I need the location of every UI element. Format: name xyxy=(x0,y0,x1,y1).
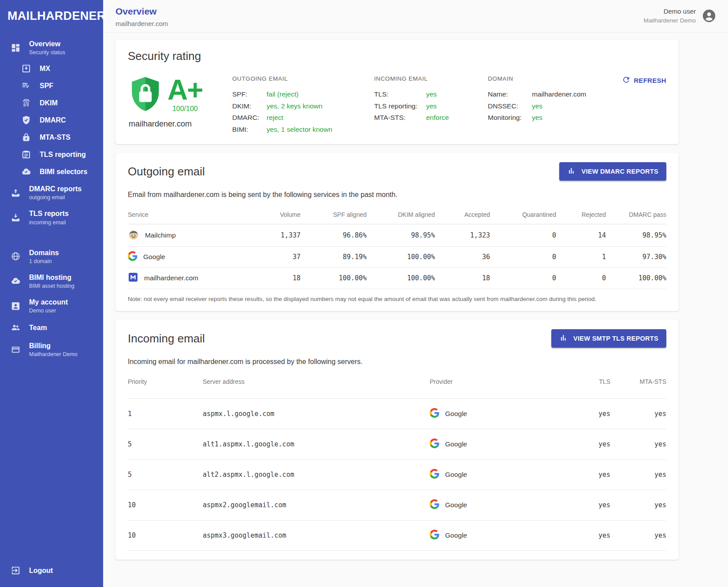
sidebar-item-sublabel: Mailhardener Demo xyxy=(29,351,78,357)
security-row-value: yes xyxy=(426,89,437,100)
quarantined-cell: 0 xyxy=(490,247,556,267)
mta-sts-cell: yes xyxy=(610,399,666,429)
security-columns: OUTGOING EMAILSPF:fail (reject)DKIM:yes,… xyxy=(232,75,622,135)
security-row-label: MTA-STS: xyxy=(374,112,426,124)
security-row-label: Name: xyxy=(488,89,532,100)
clipboard-icon xyxy=(21,149,31,160)
sidebar-item-my-account[interactable]: My accountDemo user xyxy=(0,294,103,318)
sidebar-item-logout[interactable]: Logout xyxy=(0,557,103,587)
incoming-column-header-mta-sts: MTA-STS xyxy=(610,374,666,399)
sidebar-item-text: TLS reporting xyxy=(40,150,86,159)
sidebar-item-bimi-selectors[interactable]: BIMI selectors xyxy=(0,163,103,180)
user-meta: Demo user Mailhardener Demo xyxy=(643,7,696,24)
fingerprint-icon xyxy=(21,98,31,108)
provider-name: Google xyxy=(445,531,467,539)
sidebar-item-tls-reporting[interactable]: TLS reporting xyxy=(0,146,103,163)
view-smtp-tls-reports-button[interactable]: VIEW SMTP TLS REPORTS xyxy=(551,329,666,348)
sidebar-item-dkim[interactable]: DKIM xyxy=(0,94,103,111)
spf-cell: 100.00% xyxy=(301,267,367,289)
sidebar-item-text: BIMI hostingBIMI asset hosting xyxy=(29,273,74,289)
incoming-email-description: Incoming email for mailhardener.com is p… xyxy=(128,358,666,366)
sidebar-item-text: BIMI selectors xyxy=(40,167,87,176)
view-dmarc-reports-button[interactable]: VIEW DMARC REPORTS xyxy=(559,162,666,181)
view-smtp-tls-reports-label: VIEW SMTP TLS REPORTS xyxy=(573,335,658,342)
sidebar-item-text: DMARC reportsoutgoing email xyxy=(29,185,82,201)
incoming-email-table: PriorityServer addressProviderTLSMTA-STS… xyxy=(128,374,666,551)
outgoing-row-google: Google3789.19%100.00%360197.30% xyxy=(128,247,666,267)
security-row-value: fail (reject) xyxy=(267,89,298,100)
security-row-label: DKIM: xyxy=(232,100,267,112)
security-row-value: enforce xyxy=(426,112,449,124)
dkim-cell: 100.00% xyxy=(367,267,435,289)
provider-cell: Google xyxy=(430,399,560,429)
outgoing-column-header-accepted: Accepted xyxy=(435,207,490,224)
user-name: Demo user xyxy=(643,7,696,15)
sidebar-item-mx[interactable]: MX xyxy=(0,60,103,77)
tray-arrow-up-icon xyxy=(11,188,21,198)
dmarc-cell: 97.30% xyxy=(606,247,666,267)
sidebar-item-text: Domains1 domain xyxy=(29,249,59,264)
security-grade-block: A+ 100/100 mailhardener.com xyxy=(128,75,232,135)
sidebar-item-overview[interactable]: OverviewSecurity status xyxy=(0,35,103,60)
tls-cell: yes xyxy=(560,460,610,490)
sidebar-item-text: TLS reportsincoming email xyxy=(29,209,69,225)
sidebar-item-spf[interactable]: SPF xyxy=(0,77,103,94)
security-row-value: yes xyxy=(532,112,542,124)
sidebar-item-bimi-hosting[interactable]: BIMI hostingBIMI asset hosting xyxy=(0,269,103,294)
google-icon xyxy=(430,499,439,511)
cloud-check-icon xyxy=(11,276,21,286)
sidebar-item-sublabel: outgoing email xyxy=(29,194,82,201)
mta-sts-cell: yes xyxy=(610,460,666,490)
google-icon xyxy=(430,408,439,420)
security-column-incoming-email: INCOMING EMAILTLS:yesTLS reporting:yesMT… xyxy=(374,75,488,135)
security-row-name: Name:mailhardener.com xyxy=(488,89,598,100)
avatar[interactable] xyxy=(702,8,717,23)
page-header-right: Demo user Mailhardener Demo xyxy=(643,6,717,24)
refresh-button[interactable]: REFRESH xyxy=(622,75,666,85)
security-row-value: yes xyxy=(426,100,437,112)
globe-icon xyxy=(11,251,21,261)
main-area: Overview mailhardener.com Demo user Mail… xyxy=(103,0,728,587)
user-org: Mailhardener Demo xyxy=(643,17,696,24)
sidebar-item-text: My accountDemo user xyxy=(29,298,68,314)
security-row-label: SPF: xyxy=(232,89,267,100)
security-row-dnssec: DNSSEC:yes xyxy=(488,100,598,112)
sidebar-item-dmarc-reports[interactable]: DMARC reportsoutgoing email xyxy=(0,180,103,205)
security-grade: A+ xyxy=(167,78,203,103)
priority-cell: 5 xyxy=(128,429,203,460)
security-row-tls-reporting: TLS reporting:yes xyxy=(374,100,488,112)
refresh-label: REFRESH xyxy=(634,77,666,84)
priority-cell: 10 xyxy=(128,520,203,551)
priority-cell: 1 xyxy=(128,399,203,429)
provider-name: Google xyxy=(445,501,467,509)
security-row-bimi: BIMI:yes, 1 selector known xyxy=(232,124,374,136)
sidebar-item-domains[interactable]: Domains1 domain xyxy=(0,244,103,269)
sidebar-item-text: BillingMailhardener Demo xyxy=(29,342,78,357)
service-name: mailhardener.com xyxy=(144,274,198,282)
sidebar-item-tls-reports[interactable]: TLS reportsincoming email xyxy=(0,205,103,230)
sidebar-item-text: DKIM xyxy=(40,99,58,107)
tray-arrow-down-icon xyxy=(11,212,21,223)
tls-cell: yes xyxy=(560,429,610,460)
security-row-label: Monitoring: xyxy=(488,112,532,124)
outgoing-column-header-dkim-aligned: DKIM aligned xyxy=(367,207,435,224)
refresh-icon xyxy=(622,75,631,85)
dashboard-icon xyxy=(11,43,21,53)
sidebar-item-label: My account xyxy=(29,298,68,306)
bar-chart-icon xyxy=(567,167,576,176)
accepted-cell: 1,323 xyxy=(435,224,490,247)
sidebar-item-billing[interactable]: BillingMailhardener Demo xyxy=(0,337,103,362)
incoming-row-aspmx-l-google-com: 1aspmx.l.google.comGoogleyesyes xyxy=(128,399,666,429)
shield-lock-icon xyxy=(128,75,163,115)
incoming-email-title: Incoming email xyxy=(128,332,205,346)
outgoing-email-description: Email from mailhardener.com is being sen… xyxy=(128,191,666,199)
outgoing-row-mailchimp: Mailchimp1,33796.86%98.95%1,32301498.95% xyxy=(128,224,666,247)
sidebar-item-dmarc[interactable]: DMARC xyxy=(0,111,103,129)
security-row-dkim: DKIM:yes, 2 keys known xyxy=(232,100,374,112)
security-row-spf: SPF:fail (reject) xyxy=(232,89,374,100)
dmarc-cell: 100.00% xyxy=(606,267,666,289)
content: Security rating A+ 100/100 mailhardener.… xyxy=(103,33,728,570)
sidebar-item-mta-sts[interactable]: MTA-STS xyxy=(0,129,103,146)
sidebar-item-team[interactable]: Team xyxy=(0,318,103,337)
outgoing-email-note: Note: not every email receiver reports t… xyxy=(128,296,666,302)
